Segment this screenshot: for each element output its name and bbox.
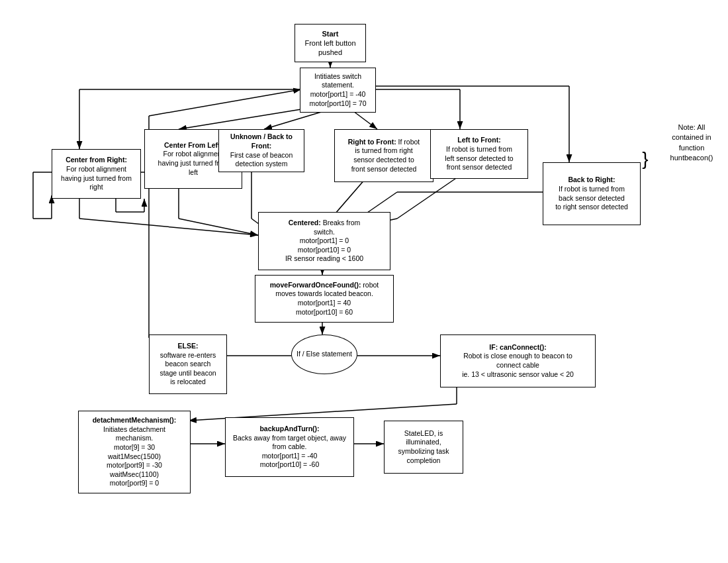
if-else-node: If / Else statement [291,334,357,374]
move-forward-node: moveForwardOnceFound(): robotmoves towar… [255,275,394,323]
right-to-front-label: Right to Front: [348,138,396,146]
detachment-desc: Initiates detachmentmechanism.motor[9] =… [103,425,165,487]
center-right-desc: For robot alignmenthaving just turned fr… [61,165,132,191]
else-node: ELSE: software re-entersbeacon searchsta… [149,334,227,394]
backup-and-turn-node: backupAndTurn(): Backs away from target … [225,417,354,477]
state-led-desc: StateLED, isilluminated,symbolizing task… [398,429,449,464]
unknown-back-to-front-node: Unknown / Back to Front: First case of b… [218,129,304,172]
left-to-front-desc: If robot is turned fromleft sensor detec… [445,145,513,171]
svg-line-8 [179,109,301,129]
unknown-label: Unknown / Back to Front: [230,132,293,150]
backup-label: backupAndTurn(): [259,425,319,433]
backup-desc: Backs away from target object, awayfrom … [233,434,346,469]
left-to-front-label: Left to Front: [457,136,500,144]
right-to-front-node: Right to Front: If robotis turned from r… [334,129,433,182]
initiates-switch-node: Intitiates switchstatement.motor[port1] … [300,68,376,113]
note-brace: } [635,86,655,232]
initiates-switch-text: Intitiates switchstatement.motor[port1] … [309,72,366,109]
if-else-label: If / Else statement [296,350,352,359]
detachment-label: detachmentMechanism(): [93,416,177,424]
detachment-node: detachmentMechanism(): Initiates detachm… [78,411,191,493]
center-right-label: Center from Right: [66,156,127,164]
start-node: Start Front left buttonpushed [295,24,366,62]
center-left-label: Center From Left: [164,141,222,149]
if-can-connect-label: IF: canConnect(): [489,343,546,351]
centered-node: Centered: Breaks fromswitch.motor[port1]… [258,212,390,270]
flowchart: Start Front left buttonpushed Intitiates… [0,0,728,563]
move-forward-label: moveForwardOnceFound(): [270,281,361,289]
if-can-connect-node: IF: canConnect(): Robot is close enough … [440,334,596,387]
note-text: Note: Allcontained infunctionhuntbeacon(… [659,123,725,164]
else-desc: software re-entersbeacon searchstage unt… [159,351,216,386]
svg-line-12 [79,219,258,235]
left-to-front-node: Left to Front: If robot is turned fromle… [430,129,528,179]
svg-line-14 [179,219,258,235]
svg-line-28 [149,89,301,116]
back-to-right-node: Back to Right: If robot is turned fromba… [543,162,641,225]
unknown-desc: First case of beacondetection system [230,151,293,168]
back-to-right-desc: If robot is turned fromback sensor detec… [555,185,628,211]
center-from-right-node: Center from Right: For robot alignmentha… [52,149,141,199]
else-label: ELSE: [178,342,199,350]
if-can-connect-desc: Robot is close enough to beacon toconnec… [462,352,574,378]
centered-label: Centered: [289,219,321,227]
back-to-right-label: Back to Right: [568,176,615,183]
start-desc: Front left buttonpushed [304,39,355,56]
state-led-node: StateLED, isilluminated,symbolizing task… [384,421,463,474]
brace-symbol: } [642,148,648,170]
start-label: Start [322,30,338,38]
